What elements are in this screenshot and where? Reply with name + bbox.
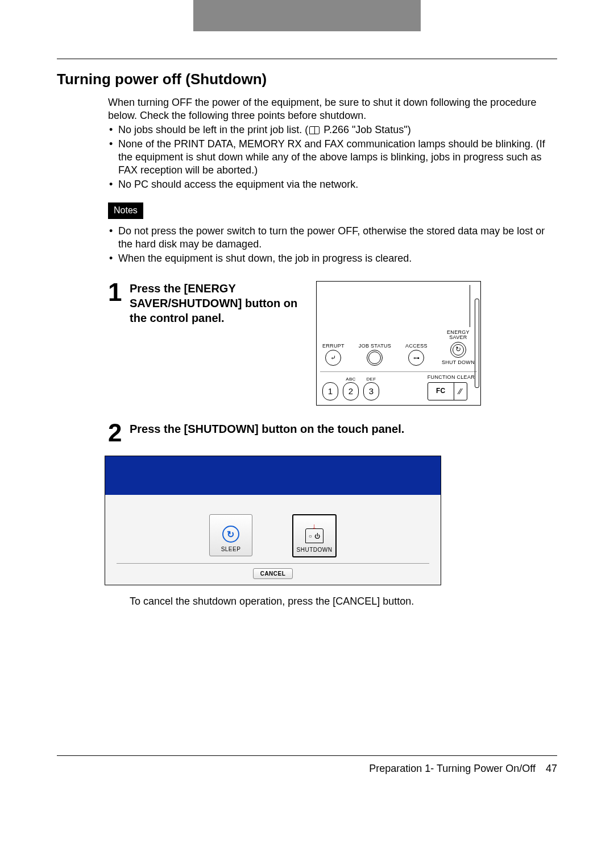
job-status-label: JOB STATUS: [359, 337, 391, 349]
function-clear-group: FUNCTION CLEAR FC ⁄⁄: [428, 374, 475, 400]
bullet-text: ): [408, 124, 411, 135]
numkey-2-icon: 2: [343, 382, 359, 400]
numkey-3-icon: 3: [363, 382, 379, 400]
job-status-button: JOB STATUS: [359, 337, 391, 366]
footer-page-number: 47: [546, 763, 557, 775]
intro-bullet: None of the PRINT DATA, MEMORY RX and FA…: [108, 138, 557, 177]
function-clear-label: FUNCTION CLEAR: [428, 374, 475, 381]
panel-screen: [321, 285, 470, 327]
intro-bullet: No PC should access the equipment via th…: [108, 178, 557, 191]
shutdown-icon: ↓ ○ ⏻: [305, 528, 323, 543]
page-footer: Preparation 1- Turning Power On/Off 47: [57, 755, 557, 775]
step-1: 1 Press the [ENERGY SAVER/SHUTDOWN] butt…: [108, 280, 557, 406]
panel-edge: [475, 299, 479, 388]
sleep-icon: ↻: [222, 526, 239, 543]
number-keys: 1 ABC 2 DEF 3: [322, 377, 379, 400]
function-clear-button-icon: FC ⁄⁄: [428, 382, 467, 400]
numkey-1-icon: 1: [322, 382, 338, 400]
panel-divider: [320, 371, 477, 372]
step-2-text: Press the [SHUTDOWN] button on the touch…: [130, 420, 557, 445]
cross-reference: P.266 "Job Status": [323, 124, 408, 135]
access-button: ACCESS ⊶: [405, 337, 428, 366]
access-label: ACCESS: [405, 337, 428, 349]
abc-label: [330, 377, 331, 382]
step-number: 2: [108, 420, 130, 445]
key-icon: ⊶: [408, 350, 424, 366]
notes-bullets: Do not press the power switch to turn th…: [108, 225, 557, 265]
top-rule: [57, 59, 557, 59]
led-icon: ⁄⁄: [454, 383, 467, 400]
header-placeholder: [193, 0, 421, 31]
post-step-text: To cancel the shutdown operation, press …: [130, 596, 557, 607]
fc-text: FC: [428, 383, 454, 400]
sleep-button: ↻ SLEEP: [209, 514, 252, 556]
cancel-button: CANCEL: [253, 568, 293, 579]
sleep-label: SLEEP: [221, 546, 241, 552]
touch-panel-wrap: ↻ SLEEP ↓ ○ ⏻ SHUTDOWN CANCEL: [105, 456, 440, 585]
touch-body: ↻ SLEEP ↓ ○ ⏻ SHUTDOWN CANCEL: [105, 495, 441, 585]
label-text: SAVER: [447, 335, 470, 340]
step-number: 1: [108, 280, 130, 406]
interrupt-button: ERRUPT ⤶: [322, 337, 345, 366]
abc-label: ABC: [346, 377, 355, 382]
energy-saver-button: ENERGY SAVER ↻ SHUT DOWN: [442, 329, 475, 366]
energy-saver-icon: ↻: [450, 342, 466, 358]
intro-block: When turning OFF the power of the equipm…: [108, 96, 557, 265]
intro-bullet: No jobs should be left in the print job …: [108, 123, 557, 137]
shutdown-button: ↓ ○ ⏻ SHUTDOWN: [292, 514, 337, 557]
arrow-down-icon: ↓: [312, 522, 317, 530]
shutdown-label: SHUT DOWN: [442, 359, 475, 366]
section-title: Turning power off (Shutdown): [57, 71, 557, 88]
shutdown-label: SHUTDOWN: [297, 547, 333, 553]
control-panel-illustration: ERRUPT ⤶ JOB STATUS ACCESS ⊶ ENERGY: [316, 281, 481, 406]
intro-paragraph: When turning OFF the power of the equipm…: [108, 96, 557, 122]
interrupt-icon: ⤶: [325, 350, 341, 366]
notes-label: Notes: [108, 202, 143, 218]
bullet-text: No jobs should be left in the print job …: [118, 124, 308, 135]
touch-header: [105, 456, 441, 495]
notes-bullet: Do not press the power switch to turn th…: [108, 225, 557, 251]
circle-button-icon: [367, 350, 383, 366]
notes-bullet: When the equipment is shut down, the job…: [108, 252, 557, 265]
energy-saver-label: ENERGY SAVER: [447, 329, 470, 341]
touch-divider: [117, 563, 429, 564]
step-1-text: Press the [ENERGY SAVER/SHUTDOWN] button…: [130, 281, 300, 325]
page-content: Turning power off (Shutdown) When turnin…: [0, 59, 614, 797]
footer-section: Preparation 1- Turning Power On/Off: [369, 763, 536, 775]
interrupt-label: ERRUPT: [322, 337, 345, 349]
def-label: DEF: [367, 377, 376, 382]
intro-bullets: No jobs should be left in the print job …: [108, 123, 557, 191]
step-2: 2 Press the [SHUTDOWN] button on the tou…: [108, 420, 557, 445]
book-icon: [309, 126, 320, 134]
touch-panel-illustration: ↻ SLEEP ↓ ○ ⏻ SHUTDOWN CANCEL: [105, 456, 441, 585]
